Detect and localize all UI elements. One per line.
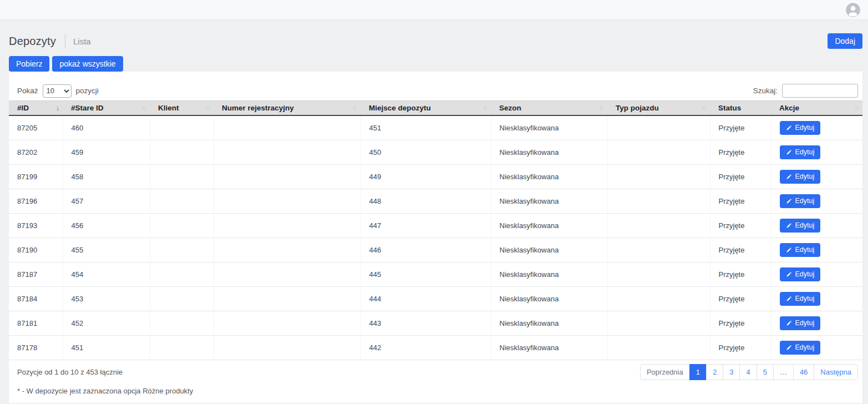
table-row: 87193 456 447 Niesklasyfikowana Przyjęte…	[9, 213, 862, 238]
page-title: Depozyty	[9, 35, 56, 48]
pagination-page-4[interactable]: 4	[739, 364, 757, 380]
table-card: Pokaż 10 pozycji Szukaj: #ID ↑↓ #Stare I…	[9, 72, 862, 403]
edit-button[interactable]: Edytuj	[780, 194, 821, 208]
show-all-button[interactable]: pokaż wszystkie	[52, 56, 123, 72]
cell-id: 87196	[9, 189, 63, 213]
cell-id: 87190	[9, 238, 63, 262]
column-header-klient[interactable]: Klient ↑↓	[150, 101, 214, 116]
cell-sezon: Niesklasyfikowana	[491, 335, 607, 360]
cell-old-id: 458	[63, 164, 150, 189]
cell-numer-rejestracyjny	[214, 262, 361, 286]
edit-button-label: Edytuj	[795, 295, 815, 302]
pagination-previous[interactable]: Poprzednia	[640, 364, 690, 380]
cell-old-id: 452	[63, 311, 150, 335]
cell-miejsce-depozytu: 442	[361, 335, 491, 360]
edit-button[interactable]: Edytuj	[780, 316, 821, 330]
column-header-old_id[interactable]: #Stare ID ↑↓	[63, 101, 150, 116]
cell-typ-pojazdu	[607, 286, 710, 311]
edit-button[interactable]: Edytuj	[780, 121, 821, 135]
sort-icon: ↑↓	[54, 104, 58, 112]
pencil-icon	[786, 296, 792, 302]
pencil-icon	[786, 320, 792, 326]
edit-button[interactable]: Edytuj	[780, 170, 821, 184]
content-area: Depozyty Lista Dodaj Pobierz pokaż wszys…	[0, 20, 868, 403]
search-input[interactable]	[782, 84, 858, 98]
cell-id: 87178	[9, 335, 63, 360]
pencil-icon	[786, 174, 792, 180]
pencil-icon	[786, 345, 792, 351]
pagination-page-3[interactable]: 3	[723, 364, 740, 380]
column-header-id[interactable]: #ID ↑↓	[9, 101, 63, 116]
page-size-label: Pokaż	[17, 87, 38, 95]
table-row: 87205 460 451 Niesklasyfikowana Przyjęte…	[9, 115, 862, 140]
pagination-page-46[interactable]: 46	[793, 364, 814, 380]
cell-sezon: Niesklasyfikowana	[491, 238, 607, 262]
cell-miejsce-depozytu: 451	[361, 115, 491, 140]
pencil-icon	[786, 223, 792, 229]
cell-klient	[150, 189, 214, 213]
deposits-table: #ID ↑↓ #Stare ID ↑↓ Klient ↑↓ Numer reje…	[9, 100, 862, 360]
cell-akcje: Edytuj	[771, 335, 862, 360]
sort-icon: ↑↓	[854, 104, 857, 112]
cell-id: 87205	[9, 115, 63, 140]
edit-button-label: Edytuj	[795, 197, 815, 205]
edit-button[interactable]: Edytuj	[780, 267, 821, 281]
cell-klient	[150, 164, 214, 189]
cell-miejsce-depozytu: 443	[361, 311, 491, 335]
page-header: Depozyty Lista Dodaj	[9, 33, 862, 49]
cell-status: Przyjęte	[710, 311, 771, 335]
table-row: 87178 451 442 Niesklasyfikowana Przyjęte…	[9, 335, 862, 360]
user-avatar-icon[interactable]	[846, 3, 860, 17]
cell-klient	[150, 140, 214, 164]
edit-button[interactable]: Edytuj	[780, 341, 821, 355]
table-row: 87190 455 446 Niesklasyfikowana Przyjęte…	[9, 238, 862, 262]
column-header-miejsce[interactable]: Miejsce depozytu ↑↓	[361, 101, 491, 116]
pagination: Poprzednia12345…46Następna	[640, 364, 858, 380]
column-header-akcje[interactable]: Akcje ↑↓	[771, 101, 862, 116]
edit-button[interactable]: Edytuj	[780, 243, 821, 257]
column-header-label: #Stare ID	[71, 104, 104, 112]
cell-typ-pojazdu	[607, 164, 710, 189]
cell-miejsce-depozytu: 445	[361, 262, 491, 286]
cell-klient	[150, 286, 214, 311]
cell-akcje: Edytuj	[771, 115, 862, 140]
pagination-page-1[interactable]: 1	[689, 364, 707, 380]
cell-id: 87187	[9, 262, 63, 286]
cell-id: 87184	[9, 286, 63, 311]
cell-typ-pojazdu	[607, 238, 710, 262]
cell-akcje: Edytuj	[771, 140, 862, 164]
column-header-label: Klient	[158, 104, 179, 112]
pagination-page-5[interactable]: 5	[757, 364, 774, 380]
add-button[interactable]: Dodaj	[828, 33, 862, 49]
edit-button[interactable]: Edytuj	[780, 145, 821, 159]
cell-status: Przyjęte	[710, 213, 771, 238]
cell-status: Przyjęte	[710, 335, 771, 360]
cell-sezon: Niesklasyfikowana	[491, 164, 607, 189]
column-header-numer[interactable]: Numer rejestracyjny ↑↓	[214, 101, 361, 116]
edit-button-label: Edytuj	[795, 246, 815, 254]
edit-button[interactable]: Edytuj	[780, 219, 821, 233]
cell-old-id: 456	[63, 213, 150, 238]
cell-klient	[150, 335, 214, 360]
pagination-next[interactable]: Następna	[814, 364, 858, 380]
topbar	[0, 0, 868, 20]
cell-akcje: Edytuj	[771, 238, 862, 262]
cell-typ-pojazdu	[607, 311, 710, 335]
sort-icon: ↑↓	[702, 104, 705, 112]
column-header-status[interactable]: Status	[710, 101, 771, 116]
column-header-label: Typ pojazdu	[616, 104, 659, 112]
column-header-typ[interactable]: Typ pojazdu ↑↓	[607, 101, 710, 116]
download-button[interactable]: Pobierz	[9, 56, 49, 72]
cell-akcje: Edytuj	[771, 213, 862, 238]
edit-button[interactable]: Edytuj	[780, 292, 821, 306]
pagination-page-2[interactable]: 2	[706, 364, 723, 380]
cell-old-id: 460	[63, 115, 150, 140]
edit-button-label: Edytuj	[795, 319, 815, 327]
pagination-ellipsis: …	[773, 364, 794, 380]
cell-numer-rejestracyjny	[214, 164, 361, 189]
table-row: 87202 459 450 Niesklasyfikowana Przyjęte…	[9, 140, 862, 164]
page-size-select[interactable]: 10	[43, 84, 72, 98]
column-header-sezon[interactable]: Sezon ↑↓	[491, 101, 607, 116]
cell-numer-rejestracyjny	[214, 213, 361, 238]
edit-button-label: Edytuj	[795, 270, 815, 278]
